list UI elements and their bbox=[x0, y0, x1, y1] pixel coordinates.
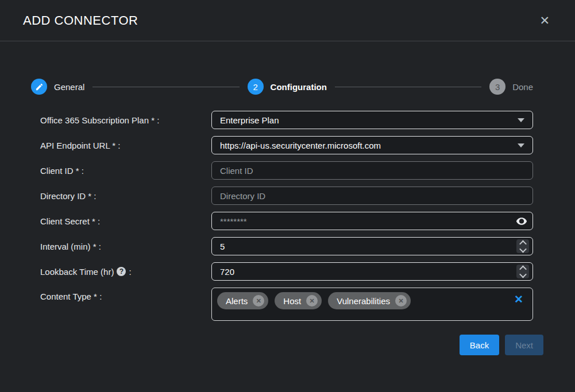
step-configuration-label: Configuration bbox=[271, 82, 327, 92]
directory-id-row: Directory ID * : bbox=[40, 187, 533, 205]
tag-remove-icon[interactable]: ✕ bbox=[253, 295, 264, 306]
client-id-row: Client ID * : bbox=[40, 161, 533, 180]
subscription-plan-label: Office 365 Subscription Plan * : bbox=[40, 115, 211, 125]
tag-vulnerabilities: Vulnerabilities ✕ bbox=[328, 292, 411, 309]
content-type-label: Content Type * : bbox=[40, 288, 211, 301]
step-general-circle bbox=[31, 79, 47, 95]
directory-id-label: Directory ID * : bbox=[40, 191, 211, 201]
stepper-down-icon[interactable] bbox=[519, 270, 527, 278]
api-endpoint-value: https://api-us.securitycenter.microsoft.… bbox=[220, 141, 381, 150]
step-configuration-circle: 2 bbox=[248, 79, 264, 95]
back-button[interactable]: Back bbox=[460, 335, 499, 355]
step-done: 3 Done bbox=[489, 79, 533, 95]
content-type-tags: Alerts ✕ Host ✕ Vulnerabilities ✕ bbox=[217, 292, 514, 309]
lookback-colon: : bbox=[129, 267, 131, 277]
lookback-label: Lookback Time (hr) ? : bbox=[40, 267, 211, 277]
interval-row: Interval (min) * : bbox=[40, 237, 533, 255]
subscription-plan-select[interactable]: Enterprise Plan bbox=[211, 111, 533, 129]
close-icon[interactable]: ✕ bbox=[537, 12, 552, 29]
content-type-multiselect[interactable]: Alerts ✕ Host ✕ Vulnerabilities ✕ ✕ bbox=[211, 288, 533, 321]
next-button[interactable]: Next bbox=[505, 335, 543, 355]
api-endpoint-row: API Endpoint URL * : https://api-us.secu… bbox=[40, 136, 533, 154]
interval-input[interactable] bbox=[211, 237, 533, 255]
number-stepper[interactable] bbox=[516, 265, 529, 278]
step-done-label: Done bbox=[512, 82, 533, 92]
lookback-label-text: Lookback Time (hr) bbox=[40, 267, 114, 277]
dialog-header: ADD CONNECTOR ✕ bbox=[0, 0, 575, 41]
lookback-input[interactable] bbox=[211, 262, 533, 281]
clear-all-icon[interactable]: ✕ bbox=[514, 294, 523, 305]
pencil-icon bbox=[35, 83, 44, 91]
chevron-down-icon bbox=[518, 118, 524, 122]
subscription-plan-value: Enterprise Plan bbox=[220, 115, 279, 125]
client-id-label: Client ID * : bbox=[40, 166, 211, 176]
step-connector bbox=[335, 87, 481, 87]
tag-host: Host ✕ bbox=[275, 292, 322, 309]
api-endpoint-label: API Endpoint URL * : bbox=[40, 141, 211, 150]
connector-config-form: Office 365 Subscription Plan * : Enterpr… bbox=[40, 111, 533, 321]
step-general[interactable]: General bbox=[31, 79, 84, 95]
dialog-title: ADD CONNECTOR bbox=[23, 13, 138, 28]
content-type-row: Content Type * : Alerts ✕ Host ✕ Vulnera… bbox=[40, 288, 533, 321]
wizard-stepper: General 2 Configuration 3 Done bbox=[31, 79, 533, 95]
stepper-down-icon[interactable] bbox=[519, 245, 527, 253]
tag-remove-icon[interactable]: ✕ bbox=[395, 295, 407, 306]
eye-icon[interactable] bbox=[516, 215, 527, 227]
help-icon[interactable]: ? bbox=[117, 267, 126, 276]
client-secret-row: Client Secret * : bbox=[40, 212, 533, 230]
step-connector bbox=[92, 87, 239, 87]
lookback-row: Lookback Time (hr) ? : bbox=[40, 262, 533, 281]
tag-label: Vulnerabilities bbox=[337, 296, 390, 306]
step-general-label: General bbox=[54, 82, 84, 92]
step-configuration[interactable]: 2 Configuration bbox=[248, 79, 327, 95]
subscription-plan-row: Office 365 Subscription Plan * : Enterpr… bbox=[40, 111, 533, 129]
client-id-input[interactable] bbox=[211, 161, 533, 180]
directory-id-input[interactable] bbox=[211, 187, 533, 205]
tag-alerts: Alerts ✕ bbox=[217, 292, 268, 309]
tag-label: Host bbox=[283, 296, 301, 306]
client-secret-input[interactable] bbox=[211, 212, 533, 230]
client-secret-label: Client Secret * : bbox=[40, 216, 211, 226]
chevron-down-icon bbox=[518, 143, 524, 148]
api-endpoint-select[interactable]: https://api-us.securitycenter.microsoft.… bbox=[211, 136, 533, 154]
tag-remove-icon[interactable]: ✕ bbox=[306, 295, 318, 306]
step-done-circle: 3 bbox=[489, 79, 505, 95]
interval-label: Interval (min) * : bbox=[40, 242, 211, 251]
dialog-footer: Back Next bbox=[0, 335, 543, 355]
number-stepper[interactable] bbox=[516, 239, 529, 253]
tag-label: Alerts bbox=[226, 296, 248, 306]
